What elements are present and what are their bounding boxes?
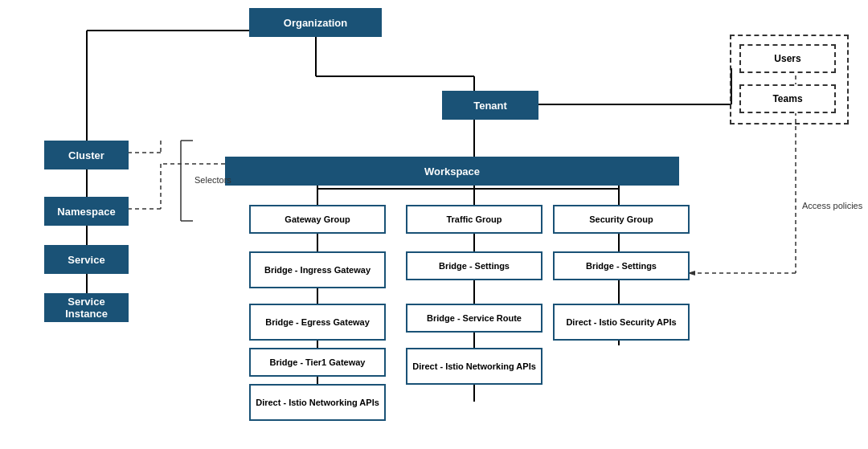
diagram: Organization Tenant Workspace Cluster Na… [0, 0, 868, 449]
gateway-group-box: Gateway Group [249, 205, 386, 234]
users-teams-container [730, 35, 849, 124]
workspace-box: Workspace [225, 157, 679, 186]
service-box: Service [44, 245, 129, 274]
selectors-label: Selectors [194, 175, 231, 185]
namespace-box: Namespace [44, 197, 129, 226]
direct-istio-networking-traffic-box: Direct - Istio Networking APIs [406, 348, 542, 385]
security-group-box: Security Group [553, 205, 690, 234]
bridge-tier1-gateway-box: Bridge - Tier1 Gateway [249, 348, 386, 377]
bridge-settings-traffic-box: Bridge - Settings [406, 251, 542, 280]
organization-box: Organization [249, 8, 382, 37]
cluster-box: Cluster [44, 141, 129, 169]
direct-istio-security-box: Direct - Istio Security APIs [553, 304, 690, 341]
bridge-egress-gateway-box: Bridge - Egress Gateway [249, 304, 386, 341]
bridge-service-route-box: Bridge - Service Route [406, 304, 542, 333]
traffic-group-box: Traffic Group [406, 205, 542, 234]
service-instance-box: Service Instance [44, 293, 129, 322]
access-policies-label: Access policies [802, 201, 862, 210]
bridge-settings-security-box: Bridge - Settings [553, 251, 690, 280]
tenant-box: Tenant [442, 91, 538, 120]
direct-istio-networking-gateway-box: Direct - Istio Networking APIs [249, 384, 386, 421]
bridge-ingress-gateway-box: Bridge - Ingress Gateway [249, 251, 386, 288]
